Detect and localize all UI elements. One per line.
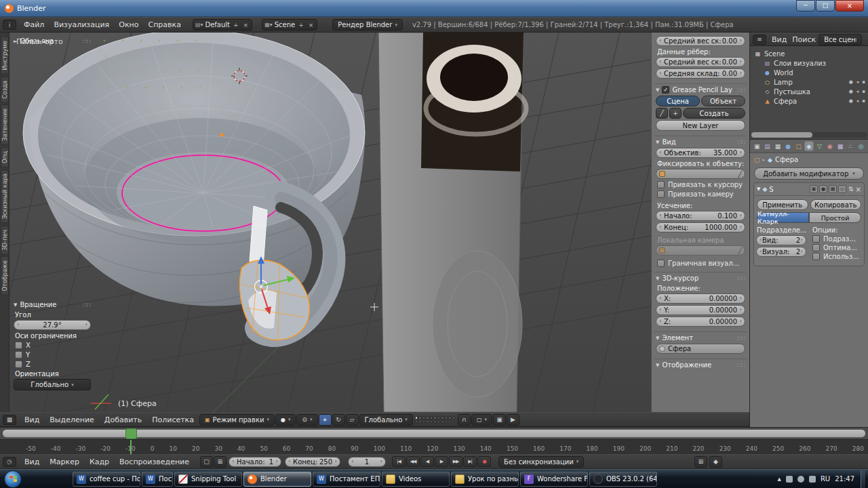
selectability-icon[interactable]: ◂ — [856, 79, 859, 85]
timeline-frame-menu[interactable]: Кадр — [85, 458, 114, 466]
cursor-z-field[interactable]: Z:0.00000 — [656, 317, 745, 327]
pivot-point-select[interactable]: ⊙▾ — [296, 414, 317, 426]
manipulator-scale-toggle[interactable]: ▱ — [346, 414, 359, 426]
maximize-button[interactable]: □ — [816, 0, 835, 12]
tray-icon-1[interactable] — [786, 476, 793, 483]
keying-set-icon[interactable]: ⊞ — [694, 456, 707, 468]
taskbar-item-obs[interactable]: OBS 23.0.2 (64-... — [589, 472, 657, 487]
use-opensubdiv-checkbox[interactable]: Использ... — [812, 253, 861, 260]
renderability-camera-icon[interactable]: ▪ — [862, 98, 865, 104]
current-frame-marker[interactable] — [125, 428, 137, 439]
timeline-scrollbar[interactable] — [0, 427, 868, 439]
current-frame-field[interactable]: 1 — [348, 457, 386, 467]
select-menu[interactable]: Выделение — [45, 415, 99, 424]
next-keyframe-button[interactable]: ▶▶ — [449, 456, 462, 467]
outliner-row-sphere[interactable]: ▲ Сфера ●◂▪ — [754, 96, 868, 106]
timeline-editor-type-icon[interactable]: ◷ — [3, 457, 16, 467]
taskbar-item-wondershare[interactable]: F Wondershare Fil... — [520, 472, 588, 487]
jump-to-end-button[interactable]: ▶| — [463, 456, 477, 467]
outliner-editor-type-icon[interactable]: ≡ — [753, 35, 766, 45]
window-titlebar[interactable]: Blender ─ □ × — [0, 0, 868, 17]
mean-crease-slider[interactable]: Средняя склад:0.00 — [656, 68, 745, 79]
visibility-eye-icon[interactable]: ● — [849, 98, 853, 104]
taskbar-item-urok[interactable]: Урок по разны... — [451, 472, 519, 487]
taskbar-item-snipping-tool[interactable]: Snipping Tool — [174, 472, 242, 487]
cage-toggle[interactable]: ◇ — [838, 185, 846, 193]
copy-modifier-button[interactable]: Копировать — [810, 199, 862, 210]
tab-object-data-icon[interactable]: ▽ — [814, 141, 824, 151]
clock[interactable]: 21:47 — [835, 475, 854, 483]
layers-widget[interactable] — [414, 415, 457, 424]
axis-y-checkbox[interactable]: Y — [15, 351, 90, 359]
new-layer-button[interactable]: New Layer — [656, 120, 745, 131]
selectability-icon[interactable]: ◂ — [856, 89, 859, 94]
eyedropper-icon[interactable]: ╱ — [738, 171, 742, 178]
viewport-3d[interactable]: Польз.-орто (1) Сфера — [9, 33, 651, 412]
cursor-x-field[interactable]: X:0.00000 — [656, 293, 745, 304]
editmode-visibility-toggle[interactable]: ▦ — [829, 185, 837, 193]
simple-toggle[interactable]: Простой — [809, 212, 861, 223]
current-frame-line[interactable] — [130, 440, 132, 454]
render-border-checkbox[interactable]: Граничная визуал... — [657, 260, 744, 267]
modifier-panel-header[interactable]: ▼ ◆ S ▣ ● ▦ ◇ ⇅ × — [754, 183, 864, 196]
snap-element-select[interactable]: ▢▾ — [471, 414, 492, 426]
add-modifier-dropdown[interactable]: Добавить модификатор▾ — [754, 167, 864, 180]
redo-panel-header[interactable]: ▼ Вращение ∷∷ — [12, 299, 92, 309]
panel-drag-widget[interactable]: ∷∷ — [738, 87, 745, 94]
panel-drag-widget[interactable]: ∷∷ — [738, 362, 745, 369]
add-scene-button[interactable]: + — [297, 22, 305, 28]
tab-tools[interactable]: Инструме — [1, 37, 9, 75]
render-engine-select[interactable]: Рендер Blender▾ — [332, 19, 403, 30]
item-panel-header[interactable]: ▼ Элемент ∷∷ — [654, 331, 747, 342]
optimal-display-checkbox[interactable]: Оптима... — [812, 244, 861, 251]
timeline-marker-menu[interactable]: Маркер — [45, 458, 84, 466]
screen-layout-selector[interactable]: ▤▾ Default + × — [193, 19, 252, 30]
play-button[interactable]: ▶ — [435, 456, 448, 467]
viewport-shading-select[interactable]: ●▾ — [275, 414, 296, 426]
render-visibility-toggle[interactable]: ▣ — [810, 185, 818, 193]
jump-to-start-button[interactable]: |◀ — [392, 456, 406, 467]
clip-start-slider[interactable]: Начало:0.100 — [656, 211, 745, 221]
timeline-ruler[interactable]: -50-40-30-20-100102030405060708090100110… — [0, 439, 868, 454]
gp-source-object-tab[interactable]: Объект — [701, 96, 745, 106]
frame-end-field[interactable]: Конец:250 — [285, 457, 340, 467]
tab-render-icon[interactable]: ▣ — [752, 141, 762, 151]
tray-icon-2[interactable] — [797, 476, 804, 483]
lock-to-cursor-checkbox[interactable]: Привязать к курсору — [657, 181, 744, 188]
manipulator-rotate-toggle[interactable]: ↻ — [332, 414, 345, 426]
pencil-draw-icon[interactable]: ╱ — [656, 108, 668, 119]
prev-keyframe-button[interactable]: ◀◀ — [406, 456, 420, 467]
file-menu[interactable]: Файл — [19, 20, 49, 29]
outliner-row-lamp[interactable]: ○ Lamp ●◂▪ — [754, 77, 868, 87]
lock-time-toggle[interactable]: ⊞ — [214, 456, 226, 468]
viewport-visibility-toggle[interactable]: ● — [819, 185, 827, 193]
angle-slider[interactable]: 27.9° — [14, 320, 91, 330]
play-reverse-button[interactable]: ◀ — [420, 456, 434, 467]
tab-modifiers-icon[interactable]: ◆ — [804, 141, 814, 151]
orientation-dropdown[interactable]: Глобально▾ — [14, 379, 91, 390]
taskbar-item-postament-2[interactable]: W Постамент ЕП — [313, 472, 380, 487]
subdivide-uvs-checkbox[interactable]: Подраз... — [812, 235, 861, 243]
render-menu[interactable]: Визуализация — [49, 20, 114, 29]
opengl-render-anim-button[interactable]: ▶ — [507, 414, 519, 426]
modifier-move-buttons[interactable]: ⇅ — [848, 186, 854, 192]
tab-render-layers-icon[interactable]: ▤ — [762, 141, 772, 151]
screen-browse-icon[interactable]: ▤▾ — [195, 22, 203, 28]
panel-drag-widget[interactable]: ∷∷ — [83, 302, 91, 308]
outliner-view-menu[interactable]: Вид — [769, 35, 789, 44]
frame-start-field[interactable]: Начало:1 — [229, 457, 281, 467]
record-button[interactable]: ● — [477, 456, 491, 467]
mode-select[interactable]: ▣ Режим правки▾ — [199, 414, 275, 426]
local-camera-field[interactable]: ╱ — [656, 245, 745, 256]
delete-screen-button[interactable]: × — [242, 22, 250, 28]
tray-icon-3[interactable] — [809, 476, 816, 483]
manipulator-translate-toggle[interactable]: + — [319, 414, 332, 426]
renderability-camera-icon[interactable]: ▪ — [862, 79, 865, 85]
taskbar-item-coffee-cup[interactable]: W coffee cup - По... — [73, 472, 140, 487]
grease-pencil-panel-header[interactable]: ▼ ✓ Grease Pencil Lay ∷∷ — [654, 83, 747, 94]
add-menu[interactable]: Добавить — [100, 415, 146, 424]
sync-mode-select[interactable]: Без синхронизации▾ — [498, 456, 584, 468]
tab-create[interactable]: Созда — [1, 77, 9, 103]
clip-end-slider[interactable]: Конец:1000.000 — [656, 222, 745, 232]
tab-material-icon[interactable]: ◉ — [825, 141, 835, 151]
